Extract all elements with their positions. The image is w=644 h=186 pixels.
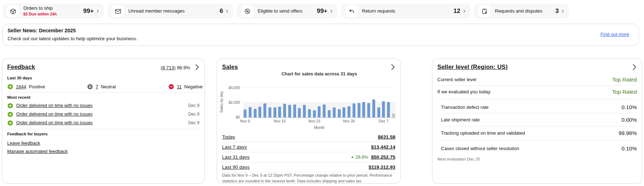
- sales-bar: [328, 110, 331, 117]
- divider: [7, 92, 199, 93]
- feedback-summary: (8,713) 98.9%: [161, 65, 190, 70]
- sales-delta: ▲29.8%: [351, 155, 368, 160]
- metric-label: Late shipment rate: [441, 117, 480, 122]
- sales-bar: [244, 110, 247, 117]
- metric-label: Tracking uploaded on time and validated: [441, 130, 525, 136]
- sales-bar: [313, 110, 316, 117]
- feedback-card: Feedback (8,713) 98.9% Last 30 days 1644…: [2, 58, 205, 184]
- task-label: Eligible to send offers: [258, 8, 302, 14]
- positive-count-link[interactable]: 1644: [16, 84, 26, 89]
- sales-bar: [353, 103, 355, 117]
- sales-row-last-7-days: Last 7 days $13,442.14: [222, 142, 395, 152]
- task-card-return-requests[interactable]: Return requests 12 ›: [341, 4, 470, 19]
- sales-bar: [333, 107, 336, 117]
- x-tick-label: Nov 16: [274, 119, 286, 123]
- task-card-send-offers[interactable]: Eligible to send offers 99+ ›: [237, 4, 337, 19]
- seller-level-title-link[interactable]: Seller level (Region: US): [437, 64, 508, 70]
- task-bar: Orders to ship 82 Due within 24h 99+ › U…: [3, 4, 569, 19]
- sales-bar: [358, 103, 360, 117]
- delta-percent: 29.8%: [355, 155, 368, 160]
- chevron-right-icon[interactable]: [391, 64, 395, 70]
- sales-bar: [283, 104, 286, 117]
- metric-value: 99.98%: [618, 130, 637, 136]
- sales-bar: [263, 103, 266, 117]
- sales-title-link[interactable]: Sales: [222, 64, 238, 70]
- recent-feedback-row: Order delivered on time with no issues D…: [7, 111, 199, 117]
- sales-bar: [278, 107, 281, 117]
- feedback-count-link[interactable]: (8,713): [161, 65, 175, 70]
- find-out-more-link[interactable]: Find out more: [601, 32, 629, 37]
- recent-feedback-link[interactable]: Order delivered on time with no issues: [16, 103, 93, 108]
- sales-row-link[interactable]: Last 90 days: [222, 164, 250, 170]
- sales-row-value[interactable]: $50,252.75: [371, 154, 395, 160]
- task-count: 12: [454, 8, 460, 15]
- sales-row-value[interactable]: $631.58: [378, 134, 395, 140]
- sales-row-today: Today $631.58: [222, 132, 395, 142]
- metric-transaction-defect-rate: Transaction defect rate 0.10%: [441, 103, 637, 111]
- sales-bar: [293, 104, 296, 117]
- sales-row-link[interactable]: Last 31 days: [222, 154, 250, 160]
- neutral-label: Neutral: [101, 84, 116, 89]
- sales-summary: Today $631.58 Last 7 days $13,442.14 Las…: [222, 132, 395, 172]
- sales-row-value[interactable]: $13,442.14: [371, 144, 395, 150]
- row-label: Current seller level: [437, 77, 476, 82]
- sales-bar: [303, 105, 306, 117]
- task-count: 99+: [317, 8, 327, 15]
- metric-value: 0.00%: [621, 117, 637, 123]
- chevron-right-icon: ›: [97, 8, 99, 14]
- sales-bar: [362, 102, 365, 117]
- envelope-icon: [112, 5, 124, 17]
- sales-bar: [308, 109, 311, 117]
- recent-feedback-link[interactable]: Order delivered on time with no issues: [16, 120, 93, 125]
- recent-feedback-link[interactable]: Order delivered on time with no issues: [16, 112, 93, 117]
- sales-bar: [268, 107, 271, 117]
- y-tick-label: $2,000: [217, 100, 240, 104]
- sales-row-link[interactable]: Today: [222, 134, 235, 140]
- negative-count-link[interactable]: 11: [177, 84, 182, 89]
- y-tick-label: $0: [217, 115, 240, 119]
- manage-automated-feedback-link[interactable]: Manage automated feedback: [7, 149, 68, 154]
- chevron-right-icon[interactable]: [196, 64, 199, 70]
- current-seller-level-row: Current seller level Top Rated: [437, 76, 637, 83]
- metric-label: Transaction defect rate: [441, 104, 488, 110]
- x-tick-label: Dec 7: [379, 119, 388, 123]
- sales-bar: [387, 102, 390, 117]
- neutral-count-link[interactable]: 7: [96, 84, 98, 89]
- task-card-requests-disputes[interactable]: Requests and disputes 3 ›: [474, 4, 569, 19]
- negative-minus-icon: [168, 84, 174, 90]
- chevron-right-icon: ›: [330, 8, 332, 14]
- period-label: Last 30 days: [7, 76, 32, 80]
- sales-row-value[interactable]: $119,312.93: [369, 164, 395, 170]
- task-card-unread-messages[interactable]: Unread member messages 6 ›: [107, 4, 233, 19]
- feedback-title-link[interactable]: Feedback: [7, 64, 35, 70]
- x-axis-label: Month: [243, 125, 396, 130]
- sales-bar: [377, 107, 380, 117]
- seller-level-value: Top Rated: [612, 76, 637, 83]
- disputes-card-icon: [478, 5, 491, 17]
- sales-bar: [298, 108, 301, 117]
- stat-neutral: 7 Neutral: [87, 84, 116, 90]
- task-label: Return requests: [362, 8, 395, 14]
- divider: [441, 99, 637, 99]
- recent-feedback-date: Dec 9: [188, 103, 199, 108]
- metric-label: Cases closed without seller resolution: [441, 146, 519, 151]
- divider: [441, 140, 637, 141]
- sales-bar: [372, 99, 375, 117]
- offer-badge-icon: [241, 5, 253, 17]
- chevron-right-icon: ›: [562, 8, 564, 14]
- recent-feedback-row: Order delivered on time with no issues D…: [7, 120, 199, 126]
- return-arrow-icon: [345, 5, 358, 17]
- package-icon: [7, 5, 19, 17]
- sales-bar-chart: [243, 88, 396, 118]
- sales-bar: [348, 106, 350, 117]
- positive-plus-icon: [7, 120, 13, 126]
- sales-row-link[interactable]: Last 7 days: [222, 144, 247, 150]
- task-count: 6: [220, 8, 223, 15]
- task-label: Orders to ship: [23, 5, 57, 11]
- chevron-right-icon[interactable]: [633, 64, 636, 70]
- task-card-orders-to-ship[interactable]: Orders to ship 82 Due within 24h 99+ ›: [3, 4, 104, 19]
- leave-feedback-link[interactable]: Leave feedback: [7, 140, 40, 146]
- divider: [441, 126, 637, 126]
- row-label: If we evaluated you today: [437, 89, 490, 94]
- x-tick-label: Nov 23: [308, 119, 320, 123]
